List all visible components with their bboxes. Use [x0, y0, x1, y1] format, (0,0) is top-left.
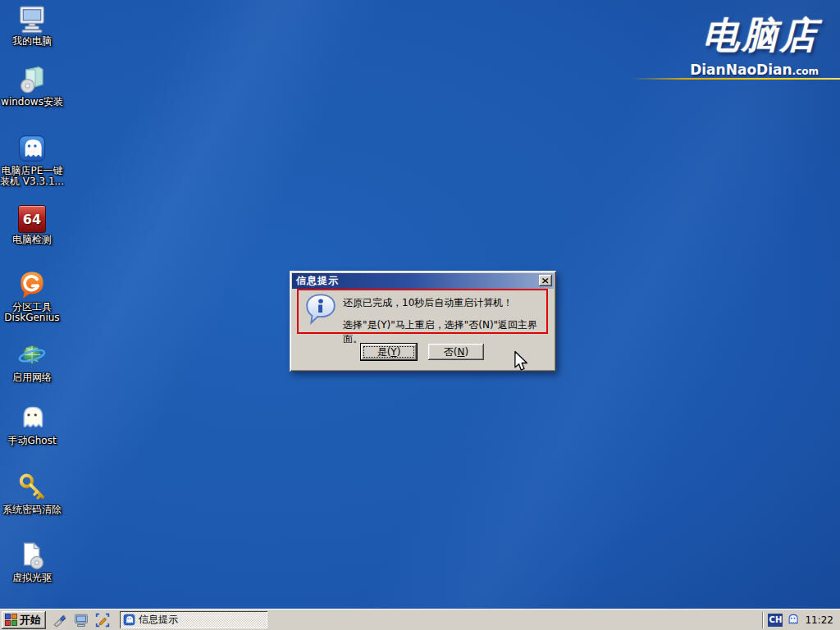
- start-squares-icon: [5, 614, 17, 626]
- key-icon: [16, 472, 48, 503]
- desktop-icon-my-computer[interactable]: 我的电脑: [0, 3, 70, 47]
- icon-label: 电脑店PE一键 装机 V3.3.1...: [0, 166, 70, 187]
- icon-label: 分区工具 DiskGenius: [0, 302, 70, 323]
- brand-logo: 电脑店 DianNaoDian.com: [690, 11, 819, 78]
- yes-button-text: 是(: [377, 345, 391, 359]
- taskbar-clock[interactable]: 11:22: [805, 614, 833, 626]
- yes-button-text-end: ): [397, 346, 401, 358]
- desktop-icon-hardware-check[interactable]: 64 电脑检测: [0, 203, 70, 245]
- start-label: 开始: [20, 613, 41, 628]
- pe-ghost-icon: [123, 614, 135, 626]
- logo-underline: [632, 78, 840, 80]
- icon-label: 我的电脑: [0, 36, 70, 47]
- brand-subtitle: DianNaoDian.com: [690, 62, 819, 78]
- desktop-icon-virtual-cdrom[interactable]: 虚拟光驱: [0, 540, 70, 583]
- icon-label: 电脑检测: [0, 235, 70, 245]
- no-button-key: N: [458, 346, 465, 358]
- pe-ghost-icon: [16, 133, 48, 164]
- no-button-text: 否(: [444, 345, 458, 359]
- message-line2: 选择"是(Y)"马上重启，选择"否(N)"返回主界面。: [343, 318, 543, 346]
- no-button[interactable]: 否(N): [428, 344, 484, 360]
- desktop: 电脑店 DianNaoDian.com 我的电脑 windows安装: [0, 0, 840, 630]
- task-button-label: 信息提示: [139, 613, 178, 627]
- brand-name: DianNaoDian: [690, 62, 792, 78]
- message-line1: 还原已完成，10秒后自动重启计算机！: [343, 296, 543, 310]
- icon-label: 系统密码清除: [0, 504, 70, 515]
- windows-install-icon: [16, 64, 48, 95]
- yes-button-key: Y: [390, 346, 396, 358]
- dialog-message: 还原已完成，10秒后自动重启计算机！ 选择"是(Y)"马上重启，选择"否(N)"…: [343, 290, 543, 346]
- quick-launch-bar: [52, 613, 110, 628]
- ghost-tray-icon[interactable]: [786, 613, 800, 627]
- mouse-cursor: [514, 350, 528, 372]
- close-icon: [542, 278, 549, 284]
- desktop-icon-pe-installer[interactable]: 电脑店PE一键 装机 V3.3.1...: [0, 133, 70, 187]
- brush-icon[interactable]: [52, 613, 67, 628]
- desktop-icon-manual-ghost[interactable]: 手动Ghost: [0, 403, 70, 446]
- desktop-icon-enable-network[interactable]: 启用网络: [0, 340, 70, 383]
- dialog-buttons: 是(Y) 否(N): [361, 344, 484, 360]
- desktop-icon-password-clear[interactable]: 系统密码清除: [0, 472, 70, 515]
- hardware-check-icon: 64: [18, 205, 46, 233]
- yes-button[interactable]: 是(Y): [361, 344, 417, 360]
- my-computer-icon: [16, 3, 48, 34]
- brand-tld: .com: [792, 66, 819, 77]
- desktop-icon-windows-install[interactable]: windows安装: [0, 64, 70, 107]
- close-button[interactable]: [539, 275, 552, 286]
- virtual-cd-icon: [16, 540, 48, 571]
- start-button[interactable]: 开始: [2, 611, 46, 629]
- icon-label: 虚拟光驱: [0, 573, 70, 583]
- icon-label: 启用网络: [0, 372, 70, 383]
- diskgenius-icon: [16, 269, 48, 300]
- icon-label: 手动Ghost: [0, 436, 70, 446]
- system-tray: CH 11:22: [762, 611, 838, 629]
- desktop-icon-diskgenius[interactable]: 分区工具 DiskGenius: [0, 269, 70, 323]
- taskbar: 开始 信息提示: [0, 609, 840, 630]
- dialog-title: 信息提示: [296, 274, 339, 288]
- annotation-box: 还原已完成，10秒后自动重启计算机！ 选择"是(Y)"马上重启，选择"否(N)"…: [297, 289, 548, 334]
- tray-divider: [762, 612, 764, 628]
- brand-title: 电脑店: [690, 11, 819, 60]
- badge-64: 64: [23, 212, 41, 227]
- network-globe-icon: [16, 340, 48, 371]
- language-indicator[interactable]: CH: [768, 614, 783, 627]
- ghost-icon: [16, 403, 48, 434]
- taskbar-task-info-dialog[interactable]: 信息提示: [120, 611, 267, 628]
- info-balloon-icon: [304, 293, 337, 329]
- no-button-text-end: ): [464, 346, 468, 358]
- icon-label: windows安装: [0, 97, 70, 107]
- monitor-icon[interactable]: [74, 613, 89, 628]
- dialog-titlebar[interactable]: 信息提示: [292, 273, 554, 289]
- screen-edit-icon[interactable]: [95, 613, 110, 628]
